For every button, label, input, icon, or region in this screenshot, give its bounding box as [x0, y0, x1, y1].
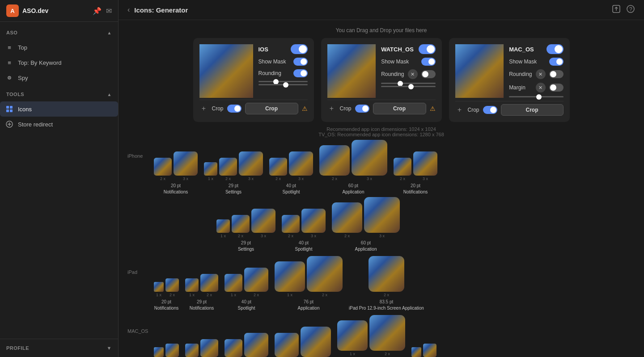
sidebar-item-icons[interactable]: Icons: [0, 101, 118, 117]
icon-thumb: [232, 215, 250, 233]
ios-rounding-toggle[interactable]: [293, 69, 308, 77]
icon-thumb: [165, 278, 179, 292]
ios-crop-toggle[interactable]: [227, 105, 242, 113]
icon-thumb: [352, 140, 387, 176]
mac-os-margin-label: Margin: [509, 84, 532, 91]
iphone-settings-29pt: 1 x 2 x 3 x 29 pt Settings: [204, 151, 263, 195]
mac-os-rounding-x[interactable]: ✕: [536, 69, 546, 79]
pin-icon[interactable]: 📌: [93, 7, 102, 15]
topbar: ‹ Icons: Generator ?: [119, 0, 644, 20]
mac-os-margin-x[interactable]: ✕: [536, 83, 546, 92]
icon-panels: IOS Show Mask Rounding: [127, 38, 635, 122]
profile-section[interactable]: PROFILE ▼: [6, 343, 112, 353]
svg-rect-5: [10, 109, 13, 112]
watch-os-plus-button[interactable]: +: [327, 105, 336, 113]
icon-thumb: [174, 151, 198, 176]
icon-thumb: [394, 158, 411, 176]
macos-512pt-app-store: 1 x 2 x 512 pt App Store: [337, 315, 405, 357]
export-icon[interactable]: [612, 4, 621, 15]
iphone-notifications-20pt: 2 x 3 x 20 pt Notifications: [154, 151, 198, 195]
ios-show-mask-toggle[interactable]: [293, 58, 308, 66]
icon-thumb: [301, 327, 331, 357]
sidebar-item-top-label: Top: [18, 44, 27, 51]
watch-os-preview: [327, 44, 376, 98]
watch-os-rounding-toggle[interactable]: [421, 70, 436, 78]
ios-crop-button[interactable]: Crop: [245, 103, 298, 114]
sidebar-item-store-redirect[interactable]: Store redirect: [0, 117, 118, 132]
sidebar-item-spy-label: Spy: [18, 75, 28, 81]
mac-os-rounding-toggle[interactable]: [549, 70, 564, 78]
watch-os-show-mask-toggle[interactable]: [421, 58, 436, 66]
icon-thumb: [332, 202, 362, 233]
ios-show-mask-label: Show Mask: [258, 59, 290, 65]
watch-os-crop-toggle[interactable]: [355, 105, 369, 113]
iphone-application-60pt-2: 2 x 3 x 60 pt Application: [332, 197, 400, 252]
store-redirect-icon: [5, 120, 13, 128]
sidebar-item-spy[interactable]: Spy: [0, 70, 118, 85]
mac-os-plus-button[interactable]: +: [455, 106, 464, 114]
mac-os-margin-toggle[interactable]: [549, 84, 564, 92]
mac-os-show-mask-label: Show Mask: [509, 59, 545, 65]
ipad-pro-screen: 2 x 83.5 pt iPad Pro 12.9-inch Screen Ap…: [349, 256, 424, 311]
watch-os-label: WATCH_OS: [381, 46, 415, 53]
icon-thumb: [251, 209, 275, 233]
sidebar-bottom: PROFILE ▼: [0, 339, 118, 357]
icon-thumb: [319, 145, 350, 176]
svg-rect-3: [10, 106, 13, 109]
aso-section: ASO ▲: [0, 24, 118, 40]
iphone-notifications-20pt-2: 2 x 3 x 20 pt Notifications: [394, 151, 437, 195]
icon-thumb: [411, 347, 421, 357]
mail-icon[interactable]: ✉: [106, 7, 112, 15]
mac-os-rounding-label: Rounding: [509, 71, 532, 77]
watch-os-crop-button[interactable]: Crop: [373, 103, 426, 114]
tools-section-label[interactable]: TOOLS ▲: [6, 89, 112, 100]
mac-os-crop-toggle[interactable]: [483, 106, 497, 114]
sidebar-item-top-by-keyword-label: Top: By Keyword: [18, 59, 62, 66]
iphone-spotlight-40pt-2: 2 x 3 x 40 pt Spotlight: [282, 209, 326, 252]
ios-plus-button[interactable]: +: [199, 105, 208, 113]
back-button[interactable]: ‹: [127, 6, 130, 14]
mac-os-crop-button[interactable]: Crop: [501, 104, 564, 116]
svg-rect-4: [6, 109, 9, 112]
svg-point-1: [9, 77, 10, 78]
icon-thumb: [369, 315, 405, 351]
mac-os-slider[interactable]: [509, 96, 563, 97]
watch-os-slider2[interactable]: [381, 86, 435, 87]
sidebar-item-top[interactable]: ≡ Top: [0, 40, 118, 55]
icon-thumb: [225, 274, 242, 292]
watch-os-controls: WATCH_OS Show Mask Rounding ✕: [381, 44, 435, 98]
ios-preview: [199, 44, 253, 98]
panel-watch-os: WATCH_OS Show Mask Rounding ✕: [321, 38, 442, 122]
top-icon: ≡: [5, 43, 13, 51]
watch-os-slider[interactable]: [381, 83, 435, 84]
watch-os-rounding-x[interactable]: ✕: [408, 69, 418, 79]
watch-os-crop-label: Crop: [340, 105, 352, 112]
mac-os-toggle[interactable]: [547, 44, 564, 54]
icon-thumb: [200, 274, 218, 292]
ipad-spotlight-40pt: 1 x 2 x 40 pt Spotlight: [225, 268, 268, 311]
mac-os-show-mask-toggle[interactable]: [549, 58, 564, 66]
ios-toggle[interactable]: [291, 44, 308, 54]
watch-os-toggle[interactable]: [419, 44, 436, 54]
drag-drop-hint: You can Drag and Drop your files here: [127, 27, 635, 34]
sidebar: A ASO.dev 📌 ✉ ASO ▲ ≡ Top ≡ Top: By Keyw…: [0, 0, 119, 357]
help-icon[interactable]: ?: [626, 4, 635, 15]
aso-section-label[interactable]: ASO ▲: [6, 27, 112, 38]
iphone-settings-29pt-2: 1 x 2 x 3 x 29 pt Settings: [216, 209, 275, 252]
app-logo: A: [6, 4, 19, 17]
content: You can Drag and Drop your files here IO…: [119, 20, 644, 357]
macos-7pt: 1 x 2 x 7 pt: [411, 344, 436, 357]
mac-os-crop-label: Crop: [468, 107, 479, 113]
ipad-application-76pt: 1 x 2 x 76 pt Application: [275, 256, 343, 311]
ios-crop-actions: + Crop Crop ⚠: [199, 100, 308, 114]
sidebar-item-top-by-keyword[interactable]: ≡ Top: By Keyword: [0, 55, 118, 70]
tools-section: TOOLS ▲: [0, 85, 118, 101]
ios-slider[interactable]: [258, 81, 308, 82]
ipad-label: iPad: [127, 256, 152, 275]
icon-thumb: [200, 339, 218, 357]
icon-thumb: [154, 347, 164, 357]
icon-thumb: [244, 268, 268, 292]
main: ‹ Icons: Generator ? You can Drag and Dr…: [119, 0, 644, 357]
ios-slider2[interactable]: [258, 84, 308, 85]
icon-thumb: [369, 256, 404, 292]
